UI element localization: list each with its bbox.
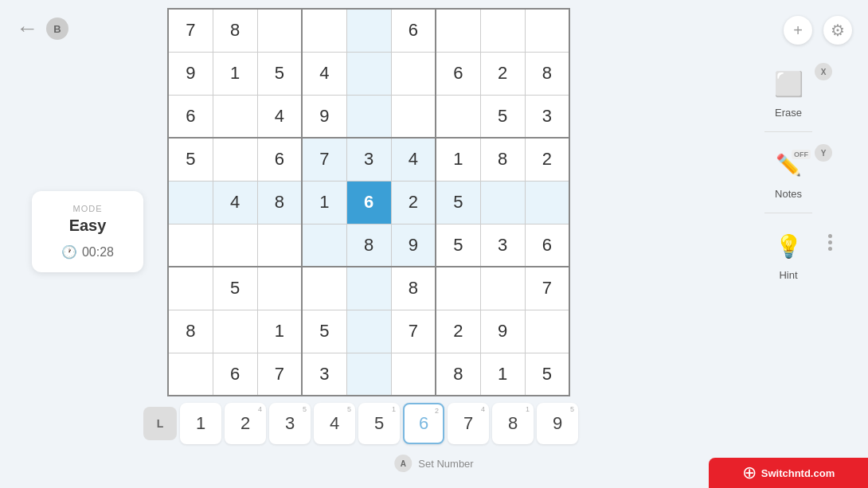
y-button[interactable]: Y: [815, 144, 832, 162]
grid-cell[interactable]: [302, 9, 346, 52]
grid-cell[interactable]: 3: [346, 138, 391, 181]
grid-cell[interactable]: [525, 181, 569, 224]
number-button[interactable]: 15: [358, 403, 400, 444]
number-button[interactable]: 42: [225, 403, 266, 444]
grid-cell[interactable]: 4: [302, 52, 346, 95]
grid-cell[interactable]: 3: [480, 224, 525, 267]
grid-cell[interactable]: [480, 267, 525, 310]
grid-cell[interactable]: 3: [302, 353, 346, 396]
grid-cell[interactable]: 5: [257, 52, 302, 95]
grid-cell[interactable]: 5: [436, 181, 480, 224]
b-button[interactable]: B: [46, 18, 68, 40]
grid-cell[interactable]: 9: [480, 310, 525, 353]
grid-cell[interactable]: 6: [213, 353, 257, 396]
grid-cell[interactable]: 4: [391, 138, 436, 181]
number-button[interactable]: 47: [448, 403, 489, 444]
grid-cell[interactable]: [257, 9, 302, 52]
grid-cell[interactable]: [480, 9, 525, 52]
grid-cell[interactable]: [346, 52, 391, 95]
x-button[interactable]: X: [815, 63, 832, 80]
grid-cell[interactable]: [168, 267, 213, 310]
grid-cell[interactable]: [213, 310, 257, 353]
grid-cell[interactable]: 2: [391, 181, 436, 224]
grid-cell[interactable]: [257, 224, 302, 267]
grid-cell[interactable]: 1: [257, 310, 302, 353]
grid-cell[interactable]: 9: [302, 95, 346, 138]
grid-cell[interactable]: [346, 95, 391, 138]
grid-cell[interactable]: 7: [302, 138, 346, 181]
grid-cell[interactable]: [302, 267, 346, 310]
grid-cell[interactable]: [213, 224, 257, 267]
grid-cell[interactable]: 8: [480, 138, 525, 181]
grid-cell[interactable]: 7: [168, 9, 213, 52]
grid-cell[interactable]: [168, 224, 213, 267]
grid-cell[interactable]: [436, 9, 480, 52]
grid-cell[interactable]: 8: [257, 181, 302, 224]
number-button[interactable]: 18: [492, 403, 534, 444]
grid-cell[interactable]: 5: [168, 138, 213, 181]
grid-cell[interactable]: [525, 310, 569, 353]
grid-cell[interactable]: 9: [168, 52, 213, 95]
hint-tool[interactable]: 💡 Hint: [768, 226, 808, 281]
grid-cell[interactable]: 5: [480, 95, 525, 138]
grid-cell[interactable]: 2: [525, 138, 569, 181]
add-button[interactable]: +: [784, 16, 812, 45]
grid-cell[interactable]: [436, 95, 480, 138]
grid-cell[interactable]: [346, 310, 391, 353]
grid-cell[interactable]: 6: [346, 181, 391, 224]
grid-cell[interactable]: 5: [436, 224, 480, 267]
grid-cell[interactable]: [391, 353, 436, 396]
notes-tool[interactable]: ✏️ OFF Notes: [768, 145, 808, 200]
grid-cell[interactable]: 2: [480, 52, 525, 95]
grid-cell[interactable]: [257, 267, 302, 310]
grid-cell[interactable]: [168, 353, 213, 396]
grid-cell[interactable]: 6: [436, 52, 480, 95]
grid-cell[interactable]: 8: [213, 9, 257, 52]
grid-cell[interactable]: [213, 95, 257, 138]
grid-cell[interactable]: 6: [525, 224, 569, 267]
grid-cell[interactable]: [525, 9, 569, 52]
grid-cell[interactable]: [346, 353, 391, 396]
grid-cell[interactable]: 8: [525, 52, 569, 95]
number-button[interactable]: 26: [403, 403, 444, 444]
number-button[interactable]: 53: [269, 403, 311, 444]
grid-cell[interactable]: [213, 138, 257, 181]
grid-cell[interactable]: 6: [257, 138, 302, 181]
grid-cell[interactable]: 1: [302, 181, 346, 224]
erase-tool[interactable]: ⬜ Erase: [768, 64, 808, 119]
grid-cell[interactable]: 3: [525, 95, 569, 138]
grid-cell[interactable]: [346, 9, 391, 52]
grid-cell[interactable]: 9: [391, 224, 436, 267]
grid-cell[interactable]: [480, 181, 525, 224]
grid-cell[interactable]: 6: [391, 9, 436, 52]
grid-cell[interactable]: [436, 267, 480, 310]
grid-cell[interactable]: [302, 224, 346, 267]
grid-cell[interactable]: [346, 267, 391, 310]
l-button[interactable]: L: [143, 407, 177, 440]
grid-cell[interactable]: 8: [391, 267, 436, 310]
number-button[interactable]: 1: [180, 403, 221, 444]
sudoku-grid[interactable]: 7869154628649535673418248162589536587815…: [167, 8, 570, 396]
grid-cell[interactable]: 1: [213, 52, 257, 95]
grid-cell[interactable]: 5: [213, 267, 257, 310]
settings-button[interactable]: ⚙: [823, 16, 852, 45]
grid-cell[interactable]: 5: [302, 310, 346, 353]
grid-cell[interactable]: 1: [436, 138, 480, 181]
grid-cell[interactable]: 7: [257, 353, 302, 396]
number-button[interactable]: 59: [537, 403, 578, 444]
grid-cell[interactable]: 4: [213, 181, 257, 224]
grid-cell[interactable]: 8: [168, 310, 213, 353]
back-button[interactable]: ←: [16, 16, 38, 41]
grid-cell[interactable]: 5: [525, 353, 569, 396]
grid-cell[interactable]: 6: [168, 95, 213, 138]
grid-cell[interactable]: 4: [257, 95, 302, 138]
grid-cell[interactable]: 2: [436, 310, 480, 353]
number-button[interactable]: 54: [314, 403, 355, 444]
grid-cell[interactable]: [391, 52, 436, 95]
grid-cell[interactable]: 8: [436, 353, 480, 396]
grid-cell[interactable]: 1: [480, 353, 525, 396]
grid-cell[interactable]: 8: [346, 224, 391, 267]
grid-cell[interactable]: [168, 181, 213, 224]
grid-cell[interactable]: 7: [391, 310, 436, 353]
grid-cell[interactable]: 7: [525, 267, 569, 310]
